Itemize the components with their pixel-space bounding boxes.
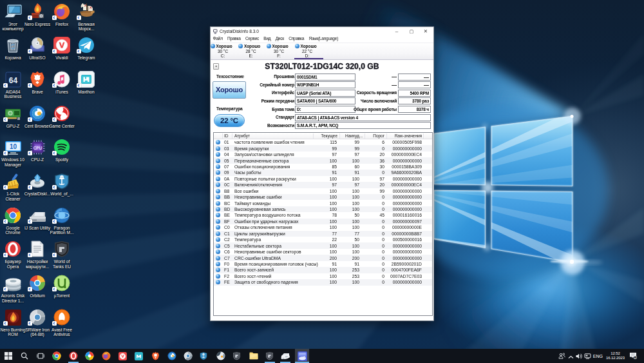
- svg-text:1: 1: [634, 357, 636, 359]
- svg-text:CPU: CPU: [33, 146, 42, 150]
- svg-text:64: 64: [8, 75, 17, 84]
- svg-text:10: 10: [9, 143, 17, 150]
